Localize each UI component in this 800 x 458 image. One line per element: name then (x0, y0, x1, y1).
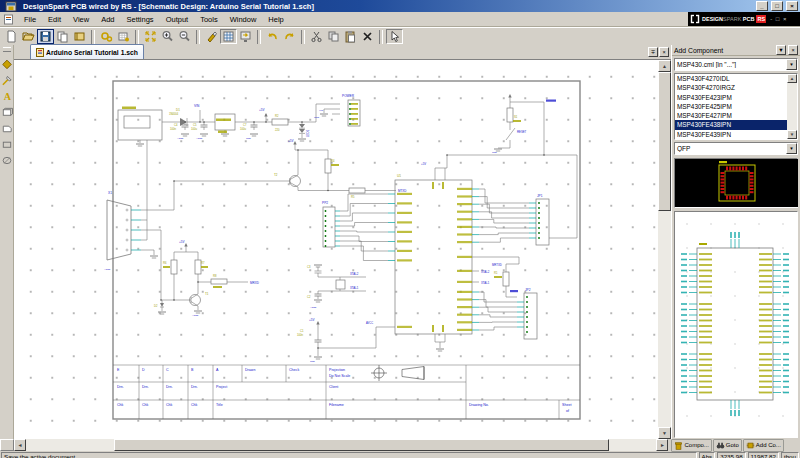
select-pointer-button[interactable] (386, 29, 403, 44)
select-pointer-icon (388, 30, 401, 43)
svg-text:AGND: AGND (192, 314, 199, 316)
menu-settings[interactable]: Settings (121, 13, 160, 26)
redo-button[interactable] (281, 29, 298, 44)
svg-text:100u: 100u (191, 127, 197, 131)
component-list-item[interactable]: MSP430FE439IPN (675, 130, 787, 139)
menu-help[interactable]: Help (262, 13, 289, 26)
panel-close-button[interactable]: × (788, 45, 798, 55)
add-shape-circle-button[interactable] (1, 154, 13, 166)
list-scroll-down[interactable]: ▼ (787, 130, 797, 139)
menu-add[interactable]: Add (95, 13, 120, 26)
refresh-screen-button[interactable] (237, 29, 254, 44)
horizontal-scroll-track[interactable] (609, 439, 657, 451)
add-shape-corner-button[interactable] (1, 122, 13, 134)
svg-text:A: A (3, 91, 11, 102)
zoom-in-button[interactable] (159, 29, 176, 44)
list-scroll-up[interactable]: ▲ (787, 74, 797, 83)
scroll-up-button[interactable]: ▲ (658, 60, 671, 72)
component-list-item[interactable]: MSP430FE423IPM (675, 93, 787, 102)
svg-text:Sheet: Sheet (562, 403, 571, 407)
minimize-button[interactable]: _ (756, 1, 768, 11)
component-list-item[interactable]: MSP430FE425IPM (675, 102, 787, 111)
list-scroll-track[interactable] (787, 83, 797, 130)
horizontal-scroll-thumb[interactable] (114, 439, 609, 451)
toolbar-separator (196, 30, 200, 44)
bottom-tab-compo[interactable]: Compo... (671, 439, 711, 452)
svg-text:B: B (191, 368, 194, 372)
save-file-button[interactable] (37, 29, 54, 44)
component-list-item[interactable]: MSP430F4270IRGZ (675, 83, 787, 92)
menu-view[interactable]: View (67, 13, 95, 26)
menu-output[interactable]: Output (160, 13, 195, 26)
svg-text:T1: T1 (205, 292, 209, 296)
library-button[interactable] (71, 29, 88, 44)
tab-pin-button[interactable]: ∓ (648, 47, 658, 57)
vertical-scroll-thumb[interactable] (658, 72, 671, 211)
bin-icon (674, 441, 683, 450)
zoom-out-button[interactable] (176, 29, 193, 44)
tab-close-button[interactable]: × (659, 47, 669, 57)
close-button[interactable]: × (786, 1, 798, 11)
svg-text:C5: C5 (193, 123, 197, 127)
canvas-horizontal-scrollbar[interactable]: ◄ ► (14, 439, 669, 451)
cut-button[interactable] (308, 29, 325, 44)
scroll-down-button[interactable]: ▼ (658, 427, 671, 439)
canvas-vertical-scrollbar[interactable]: ▲ ▼ (658, 60, 671, 439)
component-list-item[interactable]: MSP430FE427IPM (675, 111, 787, 120)
colours-button[interactable] (203, 29, 220, 44)
svg-text:GND: GND (310, 360, 315, 362)
new-file-button[interactable] (3, 29, 20, 44)
svg-text:XTAL1: XTAL1 (350, 286, 359, 290)
component-list-item[interactable]: MSP430F4270IDL (675, 74, 787, 83)
paste-button[interactable] (342, 29, 359, 44)
menu-file[interactable]: File (18, 13, 42, 26)
undo-button[interactable] (264, 29, 281, 44)
copy-button[interactable] (325, 29, 342, 44)
bottom-tab-goto[interactable]: Goto (713, 439, 742, 452)
menu-tools[interactable]: Tools (194, 13, 224, 26)
zoom-extents-button[interactable] (142, 29, 159, 44)
grid-icon (222, 30, 235, 43)
interaction-diamond-button[interactable] (1, 58, 13, 70)
add-text-button[interactable]: A (1, 90, 13, 102)
bottom-tab-addco[interactable]: Add Co... (743, 439, 784, 452)
design-wizard-button[interactable] (115, 29, 132, 44)
bottom-bar: ◄ ► Compo...GotoAdd Co... (0, 439, 800, 451)
combo-dropdown-icon[interactable]: ▼ (786, 143, 797, 154)
combo-dropdown-icon[interactable]: ▼ (786, 59, 797, 70)
svg-text:AGND: AGND (310, 306, 317, 308)
menu-window[interactable]: Window (224, 13, 263, 26)
svg-text:+5V: +5V (288, 139, 293, 143)
package-combo[interactable]: QFP ▼ (674, 142, 798, 155)
menu-edit[interactable]: Edit (42, 13, 67, 26)
component-list[interactable]: MSP430F4270IDLMSP430F4270IRGZMSP430FE423… (674, 73, 798, 140)
delete-button[interactable] (359, 29, 376, 44)
library-combo[interactable]: MSP430.cml [in "..."] ▼ (674, 58, 798, 71)
scroll-left-button[interactable]: ◄ (14, 439, 26, 451)
list-scrollbar[interactable]: ▲ ▼ (787, 74, 797, 139)
new-file-icon (5, 30, 18, 43)
toolbar-gripper[interactable] (3, 47, 11, 52)
svg-text:GND: GND (246, 137, 251, 139)
svg-text:Projection: Projection (329, 368, 345, 372)
svg-text:JP2: JP2 (525, 288, 531, 292)
add-shape-outline-button[interactable] (1, 138, 13, 150)
technology-button[interactable] (98, 29, 115, 44)
document-tab-bar: Arduino Serial Tutorial 1.sch ∓ × (14, 45, 671, 60)
vertical-scroll-track[interactable] (658, 211, 671, 427)
add-shape-rect-button[interactable] (1, 106, 13, 118)
tab-arduino-serial-tutorial[interactable]: Arduino Serial Tutorial 1.sch (30, 44, 144, 59)
restore-button[interactable]: □ (771, 1, 783, 11)
component-list-item[interactable]: MSP430FE438IPN (675, 120, 787, 129)
panel-drop-button[interactable]: ▼ (776, 45, 786, 55)
zoom-out-icon (178, 30, 191, 43)
scroll-right-button[interactable]: ► (656, 439, 668, 451)
svg-text:Drawn: Drawn (245, 368, 255, 372)
add-wire-button[interactable] (1, 74, 13, 86)
grid-button[interactable] (220, 29, 237, 44)
open-file-button[interactable] (20, 29, 37, 44)
package-combo-value: QFP (675, 145, 786, 152)
close-file-button[interactable] (54, 29, 71, 44)
mdi-window-buttons[interactable]: - □ × (770, 16, 787, 22)
schematic-canvas[interactable]: EDCBADrawnCheckProjectionDo Not ScaleDrn… (14, 60, 658, 439)
